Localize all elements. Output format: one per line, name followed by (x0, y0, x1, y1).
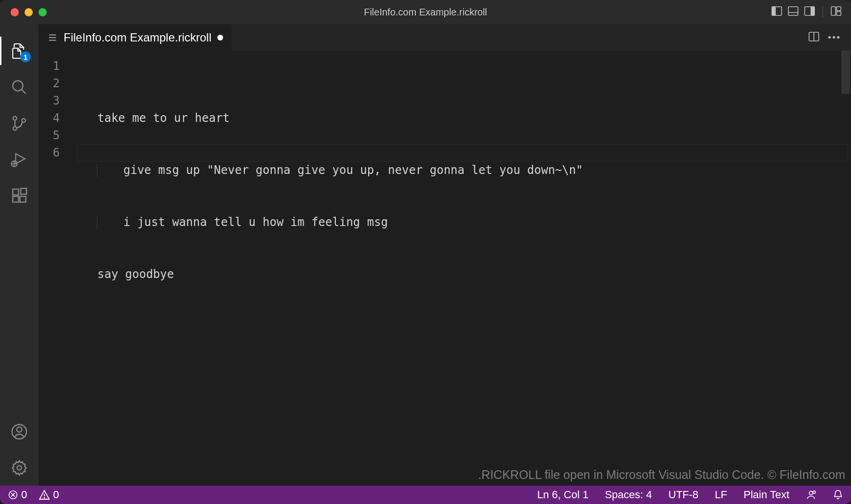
line-number: 1 (39, 57, 77, 75)
titlebar: FileInfo.com Example.rickroll (0, 0, 851, 24)
window-title: FileInfo.com Example.rickroll (364, 7, 487, 18)
code-line[interactable]: i just wanna tell u how im feeling msg (97, 213, 851, 231)
language-mode[interactable]: Plain Text (742, 489, 791, 501)
toggle-secondary-sidebar-icon[interactable] (804, 6, 815, 18)
dirty-indicator-icon (217, 35, 223, 40)
line-number: 4 (39, 109, 77, 127)
settings-button[interactable] (0, 450, 39, 486)
activity-bar: 1 (0, 24, 39, 486)
problems-errors[interactable]: 0 (6, 489, 29, 501)
feedback-icon[interactable] (804, 490, 818, 500)
editor-area: FileInfo.com Example.rickroll 1 2 3 4 5 … (39, 24, 851, 486)
svg-point-9 (13, 80, 23, 91)
search-tab[interactable] (0, 69, 39, 105)
main-area: 1 FileInfo.com Example.r (0, 24, 851, 486)
code-line[interactable] (97, 318, 851, 335)
close-window-button[interactable] (11, 8, 19, 16)
svg-point-33 (44, 498, 45, 498)
minimize-window-button[interactable] (25, 8, 33, 16)
toggle-panel-icon[interactable] (788, 6, 798, 18)
code-line[interactable]: say goodbye (97, 265, 851, 283)
titlebar-layout-controls (771, 6, 841, 18)
notifications-icon[interactable] (831, 490, 845, 500)
line-number: 5 (39, 127, 77, 144)
eol[interactable]: LF (713, 489, 729, 501)
split-editor-icon[interactable] (808, 31, 820, 44)
explorer-badge: 1 (20, 52, 31, 62)
svg-point-22 (17, 427, 22, 432)
code-line[interactable]: take me to ur heart (97, 109, 851, 127)
svg-rect-19 (20, 196, 26, 202)
svg-rect-7 (837, 7, 841, 11)
tab-label: FileInfo.com Example.rickroll (64, 31, 212, 44)
problems-warnings[interactable]: 0 (37, 489, 61, 501)
cursor-position[interactable]: Ln 6, Col 1 (535, 489, 590, 501)
statusbar: 0 0 Ln 6, Col 1 Spaces: 4 UTF-8 LF Plain… (0, 486, 851, 504)
code-area[interactable]: take me to ur heart give msg up "Never g… (77, 51, 851, 486)
line-number: 6 (39, 144, 77, 161)
tab-file[interactable]: FileInfo.com Example.rickroll (39, 24, 232, 51)
accounts-button[interactable] (0, 413, 39, 450)
svg-rect-6 (831, 7, 836, 15)
indentation[interactable]: Spaces: 4 (603, 489, 654, 501)
svg-point-13 (22, 119, 26, 122)
extensions-tab[interactable] (0, 177, 39, 213)
svg-point-11 (13, 116, 17, 120)
watermark-text: .RICKROLL file open in Microsoft Visual … (478, 468, 845, 482)
svg-line-10 (22, 89, 26, 93)
file-icon (47, 32, 58, 43)
svg-rect-2 (788, 7, 798, 15)
svg-rect-1 (772, 7, 775, 15)
svg-point-34 (809, 491, 812, 495)
source-control-tab[interactable] (0, 105, 39, 141)
errors-count: 0 (21, 489, 27, 501)
maximize-window-button[interactable] (39, 8, 47, 16)
line-number: 3 (39, 92, 77, 109)
run-debug-tab[interactable] (0, 141, 39, 177)
line-number: 2 (39, 75, 77, 92)
more-actions-icon[interactable] (828, 36, 839, 39)
active-line-highlight (77, 144, 848, 161)
line-number-gutter: 1 2 3 4 5 6 (39, 51, 77, 486)
svg-rect-18 (13, 196, 19, 202)
warnings-count: 0 (53, 489, 59, 501)
svg-rect-8 (837, 12, 841, 15)
svg-point-12 (13, 126, 17, 130)
svg-rect-5 (811, 7, 814, 15)
toggle-primary-sidebar-icon[interactable] (771, 6, 782, 18)
tabbar: FileInfo.com Example.rickroll (39, 24, 851, 51)
scrollbar-thumb[interactable] (841, 51, 850, 94)
window-controls (11, 8, 47, 16)
code-line[interactable] (97, 370, 851, 387)
divider (823, 7, 823, 17)
code-line[interactable]: give msg up "Never gonna give you up, ne… (97, 161, 851, 179)
svg-rect-20 (21, 188, 27, 194)
explorer-tab[interactable]: 1 (0, 33, 39, 69)
customize-layout-icon[interactable] (831, 6, 841, 18)
svg-point-35 (813, 491, 816, 494)
svg-rect-17 (13, 189, 19, 195)
encoding[interactable]: UTF-8 (666, 489, 700, 501)
editor-content[interactable]: 1 2 3 4 5 6 take me to ur heart give msg… (39, 51, 851, 486)
editor-actions (797, 24, 851, 51)
svg-point-23 (17, 465, 22, 470)
